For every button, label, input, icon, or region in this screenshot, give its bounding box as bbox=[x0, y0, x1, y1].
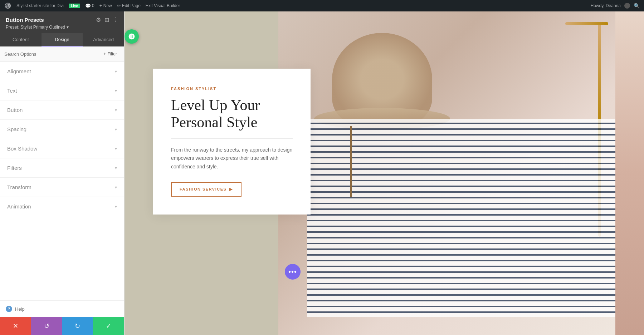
help-circle-icon: ? bbox=[6, 306, 12, 312]
help-label: Help bbox=[15, 306, 25, 312]
accordion-list: Alignment ▾ Text ▾ Button ▾ Spacing bbox=[0, 62, 124, 300]
site-name-link[interactable]: Stylist starter site for Divi bbox=[16, 3, 64, 8]
bottom-action-bar: ✕ ↺ ↻ ✓ bbox=[0, 317, 124, 335]
floating-card: FASHION STYLIST Level Up Your Personal S… bbox=[153, 69, 311, 215]
accordion-label-animation: Animation bbox=[7, 203, 31, 210]
chevron-down-icon: ▾ bbox=[115, 127, 117, 132]
bg-right-section bbox=[278, 11, 644, 335]
preset-row[interactable]: Preset: Stylist Primary Outlined ▾ bbox=[6, 25, 118, 30]
filter-plus-icon: + bbox=[103, 51, 106, 56]
more-options-icon[interactable]: ⋮ bbox=[113, 16, 118, 23]
card-divider bbox=[171, 138, 293, 139]
three-dots-icon: ••• bbox=[288, 268, 297, 276]
accordion-label-transform: Transform bbox=[7, 184, 31, 190]
accordion-header-filters[interactable]: Filters ▾ bbox=[0, 158, 124, 177]
accordion-label-box-shadow: Box Shadow bbox=[7, 146, 37, 152]
panel-header-icons: ⚙ ⊞ ⋮ bbox=[96, 16, 118, 23]
main-layout: Button Presets ⚙ ⊞ ⋮ Preset: Stylist Pri… bbox=[0, 11, 644, 335]
edit-page-link[interactable]: ✏ Edit Page bbox=[117, 3, 141, 8]
columns-icon[interactable]: ⊞ bbox=[104, 16, 109, 23]
new-menu[interactable]: + New bbox=[99, 3, 112, 8]
bag-strap-graphic bbox=[350, 126, 352, 197]
accordion-header-animation[interactable]: Animation ▾ bbox=[0, 197, 124, 216]
admin-bar: Stylist starter site for Divi Live 💬 0 +… bbox=[0, 0, 644, 11]
accordion-label-spacing: Spacing bbox=[7, 126, 26, 132]
card-headline: Level Up Your Personal Style bbox=[171, 97, 293, 131]
button-label: FASHION SERVICES bbox=[180, 187, 226, 191]
chevron-down-icon: ▾ bbox=[115, 108, 117, 113]
avatar bbox=[624, 3, 630, 9]
partial-right-image bbox=[615, 11, 644, 335]
accordion-item-animation: Animation ▾ bbox=[0, 197, 124, 216]
comment-count[interactable]: 💬 0 bbox=[85, 3, 94, 9]
accordion-label-filters: Filters bbox=[7, 165, 22, 171]
panel-title: Button Presets bbox=[6, 17, 44, 23]
howdy-text: Howdy, Deanna bbox=[591, 3, 621, 8]
left-panel: Button Presets ⚙ ⊞ ⋮ Preset: Stylist Pri… bbox=[0, 11, 125, 335]
preset-label: Preset: Stylist Primary Outlined bbox=[6, 25, 65, 30]
tab-advanced[interactable]: Advanced bbox=[83, 33, 124, 46]
close-button[interactable]: ✕ bbox=[0, 317, 31, 335]
chevron-down-icon: ▾ bbox=[115, 146, 117, 151]
accordion-item-filters: Filters ▾ bbox=[0, 158, 124, 178]
redo-button[interactable]: ↻ bbox=[62, 317, 93, 335]
search-icon[interactable]: 🔍 bbox=[634, 3, 640, 9]
page-content: FASHION STYLIST Level Up Your Personal S… bbox=[125, 11, 644, 335]
live-badge: Live bbox=[69, 4, 80, 8]
module-options-button[interactable]: ••• bbox=[285, 264, 301, 280]
filter-button[interactable]: + Filter bbox=[101, 50, 120, 58]
divi-logo-icon bbox=[128, 33, 135, 40]
striped-shirt-graphic bbox=[307, 119, 615, 317]
accordion-label-alignment: Alignment bbox=[7, 68, 31, 74]
chevron-down-icon: ▾ bbox=[115, 88, 117, 93]
headline-line2: Personal Style bbox=[171, 114, 257, 130]
accordion-header-box-shadow[interactable]: Box Shadow ▾ bbox=[0, 139, 124, 158]
accordion-item-text: Text ▾ bbox=[0, 81, 124, 100]
admin-bar-left: Stylist starter site for Divi Live 💬 0 +… bbox=[4, 2, 585, 9]
accordion-item-spacing: Spacing ▾ bbox=[0, 120, 124, 139]
undo-button[interactable]: ↺ bbox=[31, 317, 62, 335]
card-body: From the runway to the streets, my appro… bbox=[171, 146, 293, 171]
accordion-header-button[interactable]: Button ▾ bbox=[0, 100, 124, 119]
panel-tabs: Content Design Advanced bbox=[0, 33, 124, 46]
chevron-down-icon: ▾ bbox=[115, 204, 117, 209]
headline-line1: Level Up Your bbox=[171, 97, 260, 113]
save-button[interactable]: ✓ bbox=[93, 317, 124, 335]
exit-builder-link[interactable]: Exit Visual Builder bbox=[146, 3, 180, 8]
wordpress-icon bbox=[4, 2, 11, 9]
help-button[interactable]: ? Help bbox=[6, 306, 25, 312]
divi-toggle-button[interactable] bbox=[125, 29, 139, 44]
panel-title-row: Button Presets ⚙ ⊞ ⋮ bbox=[6, 16, 118, 23]
accordion-header-transform[interactable]: Transform ▾ bbox=[0, 178, 124, 197]
settings-icon[interactable]: ⚙ bbox=[96, 16, 101, 23]
chevron-down-icon: ▾ bbox=[115, 69, 117, 74]
panel-search: + Filter bbox=[0, 46, 124, 62]
chevron-down-icon: ▾ bbox=[115, 166, 117, 171]
tab-design[interactable]: Design bbox=[42, 33, 83, 46]
accordion-item-box-shadow: Box Shadow ▾ bbox=[0, 139, 124, 158]
accordion-item-transform: Transform ▾ bbox=[0, 178, 124, 197]
filter-label: Filter bbox=[107, 51, 117, 56]
button-arrow-icon: ▶ bbox=[229, 187, 233, 192]
accordion-item-alignment: Alignment ▾ bbox=[0, 62, 124, 81]
accordion-header-text[interactable]: Text ▾ bbox=[0, 81, 124, 100]
canvas-area: FASHION STYLIST Level Up Your Personal S… bbox=[125, 11, 644, 335]
fashion-services-button[interactable]: FASHION SERVICES ▶ bbox=[171, 182, 241, 197]
card-eyebrow: FASHION STYLIST bbox=[171, 87, 293, 91]
panel-header: Button Presets ⚙ ⊞ ⋮ Preset: Stylist Pri… bbox=[0, 11, 124, 33]
admin-bar-right: Howdy, Deanna 🔍 bbox=[591, 3, 640, 9]
accordion-label-text: Text bbox=[7, 88, 17, 94]
panel-footer: ? Help bbox=[0, 300, 124, 317]
gold-rack-horizontal bbox=[565, 22, 608, 25]
accordion-header-spacing[interactable]: Spacing ▾ bbox=[0, 120, 124, 139]
preset-chevron-icon: ▾ bbox=[67, 25, 69, 30]
accordion-header-alignment[interactable]: Alignment ▾ bbox=[0, 62, 124, 81]
tab-content[interactable]: Content bbox=[0, 33, 42, 46]
chevron-down-icon: ▾ bbox=[115, 185, 117, 190]
search-input[interactable] bbox=[4, 51, 98, 57]
hat-rack-background bbox=[278, 11, 644, 335]
accordion-label-button: Button bbox=[7, 107, 23, 113]
accordion-item-button: Button ▾ bbox=[0, 100, 124, 120]
